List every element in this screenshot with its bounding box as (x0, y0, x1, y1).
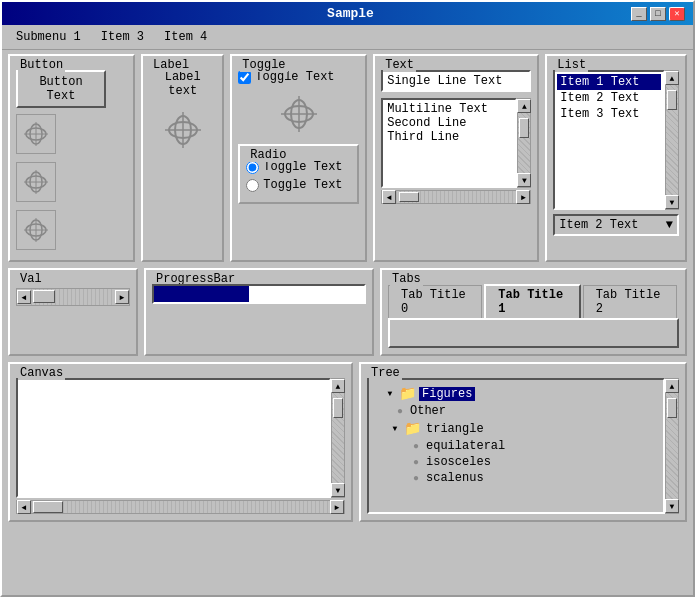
canvas-area[interactable] (16, 378, 331, 498)
tree-dot-other: ● (397, 406, 403, 417)
val-track[interactable] (31, 289, 115, 305)
menu-item-item4[interactable]: Item 4 (156, 28, 215, 46)
toggle-panel-label: Toggle (240, 58, 287, 72)
list-item-2[interactable]: Item 3 Text (557, 106, 661, 122)
tree-dot-isosceles: ● (413, 457, 419, 468)
menu-item-submenu1[interactable]: Submenu 1 (8, 28, 89, 46)
canvas-vtrack[interactable] (332, 393, 344, 483)
list-selected-item: Item 2 Text ▼ (553, 214, 679, 236)
toggle-icon (275, 90, 323, 138)
single-line-input[interactable] (381, 70, 531, 92)
folder-icon-triangle: 📁 (404, 420, 421, 437)
tree-toggle-figures[interactable]: ▼ (384, 388, 396, 400)
val-panel-label: Val (18, 272, 44, 286)
scroll-track[interactable] (518, 113, 530, 173)
tab-0[interactable]: Tab Title 0 (388, 285, 482, 318)
crosshair-icon-2[interactable] (16, 162, 56, 202)
radio-input-0[interactable] (246, 161, 259, 174)
crosshair-icon-3[interactable] (16, 210, 56, 250)
tree-label-isosceles: isosceles (426, 455, 491, 469)
scroll-left-btn[interactable]: ◄ (382, 190, 396, 204)
maximize-button[interactable]: □ (650, 7, 666, 21)
label-panel-label: Label (151, 58, 191, 72)
textarea-scrollbar[interactable]: ▲ ▼ (517, 98, 531, 188)
list-selected-text: Item 2 Text (559, 218, 638, 232)
titlebar: Sample _ □ ✕ (2, 2, 693, 25)
crosshair-icon-1[interactable] (16, 114, 56, 154)
radio-label-1: Toggle Text (263, 178, 342, 192)
label-panel: Label Label text (141, 54, 224, 262)
list-scroll-thumb[interactable] (667, 90, 677, 110)
tree-label-other: Other (410, 404, 446, 418)
list-scrollbar[interactable]: ▲ ▼ (665, 70, 679, 210)
canvas-scroll-up[interactable]: ▲ (331, 379, 345, 393)
val-thumb[interactable] (33, 290, 55, 303)
list-panel: List Item 1 Text Item 2 Text Item 3 Text… (545, 54, 687, 262)
hscroll-thumb[interactable] (399, 192, 419, 202)
canvas-htrack[interactable] (31, 501, 330, 513)
canvas-scroll-down[interactable]: ▼ (331, 483, 345, 497)
tree-dot-equilateral: ● (413, 441, 419, 452)
list-scroll-up[interactable]: ▲ (665, 71, 679, 85)
tree-label-scalenus: scalenus (426, 471, 484, 485)
val-slider[interactable]: ◄ ► (16, 288, 130, 306)
tree-item-figures[interactable]: ▼ 📁 Figures (373, 384, 659, 403)
textarea-hscrollbar[interactable]: ◄ ► (381, 190, 531, 204)
tree-toggle-triangle[interactable]: ▼ (389, 423, 401, 435)
list-dropdown-icon[interactable]: ▼ (666, 218, 673, 232)
list-item-0[interactable]: Item 1 Text (557, 74, 661, 90)
minimize-button[interactable]: _ (631, 7, 647, 21)
main-button[interactable]: Button Text (16, 70, 106, 108)
canvas-scroll-left[interactable]: ◄ (17, 500, 31, 514)
hscroll-track[interactable] (396, 191, 516, 203)
tree-vscrollbar[interactable]: ▲ ▼ (665, 378, 679, 514)
tree-scroll-up[interactable]: ▲ (665, 379, 679, 393)
list-scroll-down[interactable]: ▼ (665, 195, 679, 209)
multiline-textarea[interactable]: Multiline Text Second Line Third Line (381, 98, 517, 188)
tree-label-figures[interactable]: Figures (419, 387, 475, 401)
list-scroll-track[interactable] (666, 85, 678, 195)
tree-panel-label: Tree (369, 366, 402, 380)
scroll-down-btn[interactable]: ▼ (517, 173, 531, 187)
list-panel-label: List (555, 58, 588, 72)
radio-item-0[interactable]: Toggle Text (246, 160, 351, 174)
window-title: Sample (70, 6, 631, 21)
menu-item-item3[interactable]: Item 3 (93, 28, 152, 46)
radio-input-1[interactable] (246, 179, 259, 192)
tab-1[interactable]: Tab Title 1 (484, 284, 580, 318)
main-window: Sample _ □ ✕ Submenu 1 Item 3 Item 4 But… (0, 0, 695, 597)
scroll-thumb[interactable] (519, 118, 529, 138)
canvas-hthumb[interactable] (33, 501, 63, 513)
radio-item-1[interactable]: Toggle Text (246, 178, 351, 192)
canvas-hscrollbar[interactable]: ◄ ► (16, 500, 345, 514)
tree-vthumb[interactable] (667, 398, 677, 418)
tree-vtrack[interactable] (666, 393, 678, 499)
canvas-vthumb[interactable] (333, 398, 343, 418)
canvas-vscrollbar[interactable]: ▲ ▼ (331, 378, 345, 498)
scroll-up-btn[interactable]: ▲ (517, 99, 531, 113)
text-panel-label: Text (383, 58, 416, 72)
menubar: Submenu 1 Item 3 Item 4 (2, 25, 693, 50)
tree-item-equilateral[interactable]: ● equilateral (373, 438, 659, 454)
tabs-panel: Tabs Tab Title 0 Tab Title 1 Tab Title 2 (380, 268, 687, 356)
list-item-1[interactable]: Item 2 Text (557, 90, 661, 106)
window-controls: _ □ ✕ (631, 7, 685, 21)
tab-2[interactable]: Tab Title 2 (583, 285, 677, 318)
toggle-checkbox[interactable] (238, 71, 251, 84)
tree-item-isosceles[interactable]: ● isosceles (373, 454, 659, 470)
tree-item-scalenus[interactable]: ● scalenus (373, 470, 659, 486)
tree-item-triangle[interactable]: ▼ 📁 triangle (373, 419, 659, 438)
tree-dot-scalenus: ● (413, 473, 419, 484)
tree-label-triangle[interactable]: triangle (424, 422, 486, 436)
canvas-panel-label: Canvas (18, 366, 65, 380)
scroll-right-btn[interactable]: ► (516, 190, 530, 204)
canvas-scroll-right[interactable]: ► (330, 500, 344, 514)
tab-bar: Tab Title 0 Tab Title 1 Tab Title 2 (388, 284, 679, 318)
close-button[interactable]: ✕ (669, 7, 685, 21)
list-box: Item 1 Text Item 2 Text Item 3 Text (553, 70, 665, 210)
tree-scroll-down[interactable]: ▼ (665, 499, 679, 513)
radio-group-label: Radio (248, 148, 288, 162)
val-left-btn[interactable]: ◄ (17, 290, 31, 304)
tree-item-other[interactable]: ● Other (373, 403, 659, 419)
val-right-btn[interactable]: ► (115, 290, 129, 304)
